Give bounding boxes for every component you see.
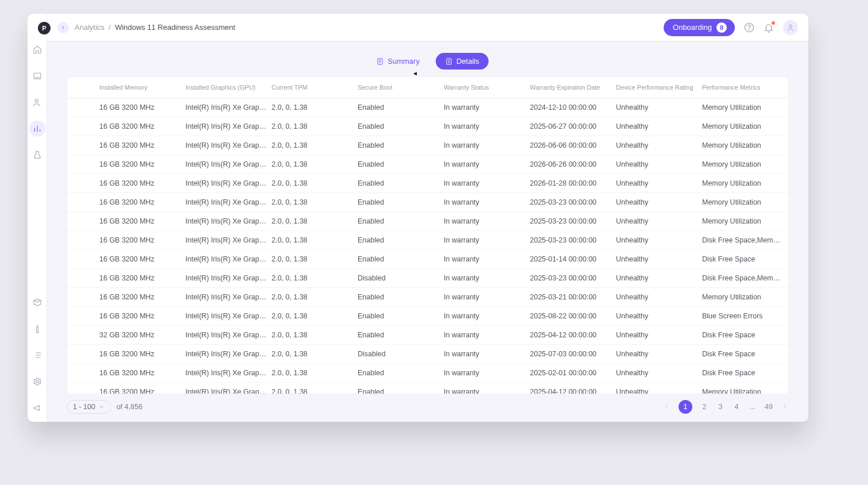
table-header-cell[interactable]: Installed Memory <box>99 84 185 91</box>
table-row[interactable]: 16 GB 3200 MHzIntel(R) Iris(R) Xe Graphi… <box>67 212 788 231</box>
table-header-cell[interactable]: Current TPM <box>272 84 358 91</box>
onboarding-count-badge: 8 <box>716 22 727 33</box>
table-cell: Enabled <box>358 312 444 320</box>
sidebar-packages-icon[interactable] <box>29 294 45 310</box>
table-cell: Memory Utilization <box>702 103 788 111</box>
table-header-cell[interactable]: Warranty Expiration Date <box>530 84 616 91</box>
table-cell: Intel(R) Iris(R) Xe Graphics <box>185 160 272 168</box>
table-header-cell[interactable]: Performance Metrics <box>702 84 788 91</box>
table-header-cell[interactable]: Secure Boot <box>358 84 444 91</box>
page-next-button[interactable] <box>781 403 789 411</box>
table-cell: In warranty <box>444 331 530 339</box>
table-cell: Disk Free Space <box>702 331 788 339</box>
breadcrumb: Analytics / Windows 11 Readiness Assessm… <box>75 23 235 32</box>
table-cell: In warranty <box>444 103 530 111</box>
breadcrumb-root[interactable]: Analytics <box>75 23 104 32</box>
table-cell: In warranty <box>444 388 530 394</box>
table-cell: 2.0, 0, 1.38 <box>272 312 358 320</box>
page-number-4[interactable]: 4 <box>733 403 741 411</box>
table-cell: Memory Utilization <box>702 122 788 130</box>
table-row[interactable]: 16 GB 3200 MHzIntel(R) Iris(R) Xe Graphi… <box>67 136 788 155</box>
table-row[interactable]: 16 GB 3200 MHzIntel(R) Iris(R) Xe Graphi… <box>67 98 788 117</box>
table-cell: Unhealthy <box>616 236 702 244</box>
table-cell: Unhealthy <box>616 388 702 394</box>
table-row[interactable]: 16 GB 3200 MHzIntel(R) Iris(R) Xe Graphi… <box>67 383 788 394</box>
user-avatar-icon[interactable] <box>783 20 798 35</box>
table-cell: Enabled <box>358 141 444 149</box>
table-cell: In warranty <box>444 255 530 263</box>
sidebar-users-icon[interactable] <box>29 94 45 110</box>
table-cell: Memory Utilization <box>702 160 788 168</box>
table-cell: Intel(R) Iris(R) Xe Graphics <box>185 103 272 111</box>
table-cell: 2.0, 0, 1.38 <box>272 255 358 263</box>
table-row[interactable]: 16 GB 3200 MHzIntel(R) Iris(R) Xe Graphi… <box>67 193 788 212</box>
app-window: Analytics / Windows 11 Readiness Assessm… <box>28 14 808 422</box>
tab-details[interactable]: Details <box>436 53 489 70</box>
table-cell: Intel(R) Iris(R) Xe Graphics <box>185 179 272 187</box>
table-cell: 2025-07-03 00:00:00 <box>530 350 616 358</box>
table-cell: Disk Free Space <box>702 255 788 263</box>
table-cell: 2026-06-26 00:00:00 <box>530 160 616 168</box>
table-cell: Unhealthy <box>616 274 702 282</box>
table-row[interactable]: 16 GB 3200 MHzIntel(R) Iris(R) Xe Graphi… <box>67 269 788 288</box>
table-cell: 2.0, 0, 1.38 <box>272 274 358 282</box>
table-row[interactable]: 16 GB 3200 MHzIntel(R) Iris(R) Xe Graphi… <box>67 174 788 193</box>
table-cell: Enabled <box>358 236 444 244</box>
page-prev-button[interactable] <box>662 403 671 411</box>
table-row[interactable]: 32 GB 3200 MHzIntel(R) Iris(R) Xe Graphi… <box>67 326 788 345</box>
table-header-cell[interactable]: Warranty Status <box>444 84 530 91</box>
table-cell: 2025-03-23 00:00:00 <box>530 217 616 225</box>
svg-point-5 <box>789 25 792 28</box>
tab-summary[interactable]: Summary <box>367 53 429 70</box>
org-avatar[interactable]: P <box>38 22 51 34</box>
table-row[interactable]: 16 GB 3200 MHzIntel(R) Iris(R) Xe Graphi… <box>67 288 788 307</box>
table-cell: Disabled <box>358 274 444 282</box>
page-number-49[interactable]: 49 <box>765 403 773 411</box>
table-cell: 2025-03-23 00:00:00 <box>530 198 616 206</box>
page-number-3[interactable]: 3 <box>716 403 724 411</box>
view-tabs: Summary Details <box>47 41 808 76</box>
page-size-selector[interactable]: 1 - 100 <box>67 400 111 414</box>
table-cell: In warranty <box>444 236 530 244</box>
sidebar-analytics-icon[interactable] <box>29 121 45 137</box>
document-icon <box>376 57 384 66</box>
table-cell: 2.0, 0, 1.38 <box>272 160 358 168</box>
sidebar-toggle-icon[interactable] <box>57 22 69 33</box>
table-row[interactable]: 16 GB 3200 MHzIntel(R) Iris(R) Xe Graphi… <box>67 364 788 383</box>
sidebar-tower-icon[interactable] <box>29 321 45 337</box>
sidebar-list-icon[interactable] <box>29 347 45 363</box>
table-row[interactable]: 16 GB 3200 MHzIntel(R) Iris(R) Xe Graphi… <box>67 155 788 174</box>
sidebar-lab-icon[interactable] <box>29 147 45 163</box>
page-number-2[interactable]: 2 <box>700 403 708 411</box>
page-number-1[interactable]: 1 <box>679 400 692 414</box>
table-row[interactable]: 16 GB 3200 MHzIntel(R) Iris(R) Xe Graphi… <box>67 345 788 364</box>
sidebar-settings-icon[interactable] <box>29 374 45 390</box>
table-row[interactable]: 16 GB 3200 MHzIntel(R) Iris(R) Xe Graphi… <box>67 231 788 250</box>
help-icon[interactable] <box>744 22 754 33</box>
table-cell: Intel(R) Iris(R) Xe Graphics <box>185 141 272 149</box>
table-cell: 2.0, 0, 1.38 <box>272 236 358 244</box>
sidebar-announce-icon[interactable] <box>29 400 45 416</box>
table-cell: Intel(R) Iris(R) Xe Graphics <box>185 388 272 394</box>
sidebar-devices-icon[interactable] <box>29 68 45 84</box>
table-cell: Enabled <box>358 217 444 225</box>
table-cell: In warranty <box>444 198 530 206</box>
table-cell: In warranty <box>444 350 530 358</box>
table-cell: Memory Utilization <box>702 388 788 394</box>
table-cell: Intel(R) Iris(R) Xe Graphics <box>185 331 272 339</box>
table-cell: Enabled <box>358 388 444 394</box>
table-row[interactable]: 16 GB 3200 MHzIntel(R) Iris(R) Xe Graphi… <box>67 117 788 136</box>
table-cell: 16 GB 3200 MHz <box>99 255 185 263</box>
table-header-cell[interactable]: Device Performance Rating <box>616 84 702 91</box>
table-header-cell[interactable]: Installed Graphics (GPU) <box>185 84 272 91</box>
table-cell: Unhealthy <box>616 198 702 206</box>
table-row[interactable]: 16 GB 3200 MHzIntel(R) Iris(R) Xe Graphi… <box>67 307 788 326</box>
table-cell: 16 GB 3200 MHz <box>99 369 185 377</box>
table-cell: Blue Screen Errors <box>702 312 788 320</box>
bell-icon[interactable] <box>764 22 774 33</box>
table-cell: In warranty <box>444 160 530 168</box>
table-row[interactable]: 16 GB 3200 MHzIntel(R) Iris(R) Xe Graphi… <box>67 250 788 269</box>
table-cell: Enabled <box>358 255 444 263</box>
sidebar-home-icon[interactable] <box>29 41 45 57</box>
onboarding-button[interactable]: Onboarding 8 <box>664 19 735 36</box>
